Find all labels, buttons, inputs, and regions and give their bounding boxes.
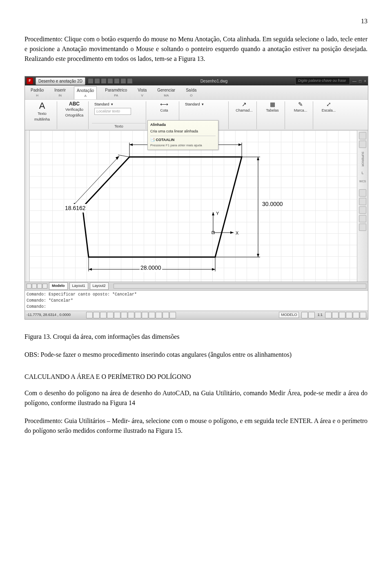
tab-parametrico[interactable]: Paramétrico PA [102, 86, 129, 99]
tooltip-help: Pressione F1 para obter mais ajuda [150, 143, 216, 148]
status-toggle[interactable] [353, 312, 359, 318]
tab-inserir[interactable]: Inserir IN [52, 86, 68, 99]
tab-layout1[interactable]: Layout1 [69, 282, 88, 290]
status-toggle[interactable] [149, 312, 155, 318]
nav-tool[interactable] [359, 132, 366, 139]
nav-tool[interactable] [359, 224, 366, 231]
drawing-area-wrap: 25.0000 30.0000 18.6162 28.0000 X Y SUPE… [25, 130, 368, 282]
qat-btn[interactable] [94, 78, 100, 84]
command-window: Comando: Especificar canto oposto: *Canc… [25, 290, 368, 311]
panel-texto-options: Standard ▾ Localizar texto Texto [92, 101, 146, 129]
svg-marker-9 [257, 254, 259, 257]
qat-btn[interactable] [88, 78, 94, 84]
minimize-icon[interactable]: — [352, 78, 356, 84]
tooltip-aligned-dimension: Alinhada Cria uma cota linear alinhada 📑… [147, 120, 218, 150]
nav-tool[interactable] [359, 141, 366, 148]
tab-saida[interactable]: Saída O [183, 86, 199, 99]
table-icon: ▦ [270, 101, 275, 107]
tab-nav-first[interactable] [27, 284, 31, 289]
status-toggle[interactable] [346, 312, 352, 318]
view-label-wcs: WCS [359, 179, 366, 184]
qat-btn[interactable] [107, 78, 113, 84]
annotation-scale[interactable]: 1:1 [317, 312, 323, 318]
tab-layout2[interactable]: Layout2 [90, 282, 109, 290]
leader-button[interactable]: ↗ Chamad... [234, 101, 254, 114]
mtext-icon: A [39, 101, 45, 110]
nav-tool[interactable] [359, 198, 366, 205]
tab-nav-next[interactable] [37, 284, 42, 289]
svg-marker-13 [89, 268, 92, 271]
model-space-button[interactable]: MODELO [279, 312, 299, 318]
nav-tool[interactable] [359, 189, 366, 197]
text-style-dropdown[interactable]: Standard ▾ [94, 102, 143, 107]
tables-button[interactable]: ▦ Tabelas [263, 101, 282, 114]
status-toggle[interactable] [339, 312, 345, 318]
dimension-icon: ⟷ [160, 101, 168, 107]
coordinates-display: -11.7779, 28.6314 , 0.0000 [27, 312, 84, 318]
paragraph-area: Com o desenho do polígono na área de des… [24, 388, 368, 408]
qat-btn[interactable] [101, 78, 107, 84]
tab-nav-buttons [27, 284, 47, 289]
svg-marker-14 [212, 268, 215, 271]
status-toggle[interactable] [332, 312, 339, 318]
status-toggle[interactable] [100, 312, 107, 318]
status-toggle[interactable] [169, 312, 176, 318]
status-toggle[interactable] [325, 312, 332, 318]
command-input[interactable] [48, 304, 366, 309]
qat-btn[interactable] [114, 78, 120, 84]
panel-tabelas: ▦ Tabelas [260, 101, 285, 129]
status-toggle[interactable] [142, 312, 148, 318]
tab-nav-last[interactable] [42, 284, 47, 289]
horizontal-scrollbar[interactable] [114, 284, 366, 289]
tab-padrao[interactable]: Padrão H [28, 86, 46, 99]
status-toggle[interactable] [301, 312, 308, 318]
status-toggle[interactable] [308, 312, 315, 318]
markup-button[interactable]: ✎ Marca... [291, 101, 310, 114]
drafting-settings [86, 312, 176, 318]
tab-nav-prev[interactable] [32, 284, 37, 289]
qat-btn[interactable] [120, 78, 126, 84]
status-toggle[interactable] [128, 312, 134, 318]
scale-button[interactable]: ⤢ Escala... [319, 101, 339, 114]
status-toggle[interactable] [121, 312, 127, 318]
tab-gerenciar[interactable]: Gerenciar MA [155, 86, 178, 99]
panel-marca: ✎ Marca... [288, 101, 313, 129]
scale-icon: ⤢ [326, 101, 331, 107]
status-toggle[interactable] [163, 312, 169, 318]
spellcheck-button[interactable]: ABC Verificação Ortográfica [63, 101, 86, 118]
status-bar: -11.7779, 28.6314 , 0.0000 MODELO 1:1 [25, 311, 368, 319]
svg-marker-3 [129, 143, 133, 146]
left-scrollbar[interactable] [25, 130, 29, 282]
status-toggle[interactable] [135, 312, 141, 318]
mtext-button[interactable]: A Texto multilinha [30, 101, 54, 122]
polygon-shape [82, 157, 242, 257]
status-toggle[interactable] [93, 312, 100, 318]
abc-icon: ABC [69, 101, 80, 106]
dim-style-dropdown[interactable]: Standard ▾ [185, 102, 226, 107]
maximize-icon[interactable]: □ [359, 78, 361, 84]
status-toggle[interactable] [156, 312, 162, 318]
dim-right: 30.0000 [261, 200, 284, 208]
panel-footer-texto: Texto [92, 123, 146, 130]
status-toggle[interactable] [114, 312, 120, 318]
nav-tool[interactable] [359, 215, 366, 222]
panel-texto: A Texto multilinha [27, 101, 57, 129]
close-icon[interactable]: × [364, 78, 366, 84]
status-toggle[interactable] [107, 312, 114, 318]
drawing-canvas[interactable]: 25.0000 30.0000 18.6162 28.0000 X Y [29, 130, 357, 282]
dimension-button[interactable]: ⟷ Cota [152, 101, 176, 114]
tab-anotacao[interactable]: Anotação A [74, 86, 97, 99]
status-toggle[interactable] [86, 312, 93, 318]
qat-btn[interactable] [127, 78, 133, 84]
layout-tabs: Modelo Layout1 Layout2 [25, 282, 368, 290]
nav-tool[interactable] [359, 206, 366, 214]
workspace-selector[interactable]: Desenho e anotação 2D [36, 77, 85, 85]
tab-model[interactable]: Modelo [49, 282, 68, 290]
help-search[interactable]: Digite palavra-chave ou frase [295, 77, 350, 85]
app-menu-icon[interactable]: F [27, 78, 33, 84]
svg-line-17 [118, 155, 129, 157]
find-text-input[interactable]: Localizar texto [94, 108, 131, 115]
status-right-buttons [301, 312, 315, 318]
tab-vista[interactable]: Vista V [135, 86, 149, 99]
status-toggle[interactable] [360, 312, 366, 318]
